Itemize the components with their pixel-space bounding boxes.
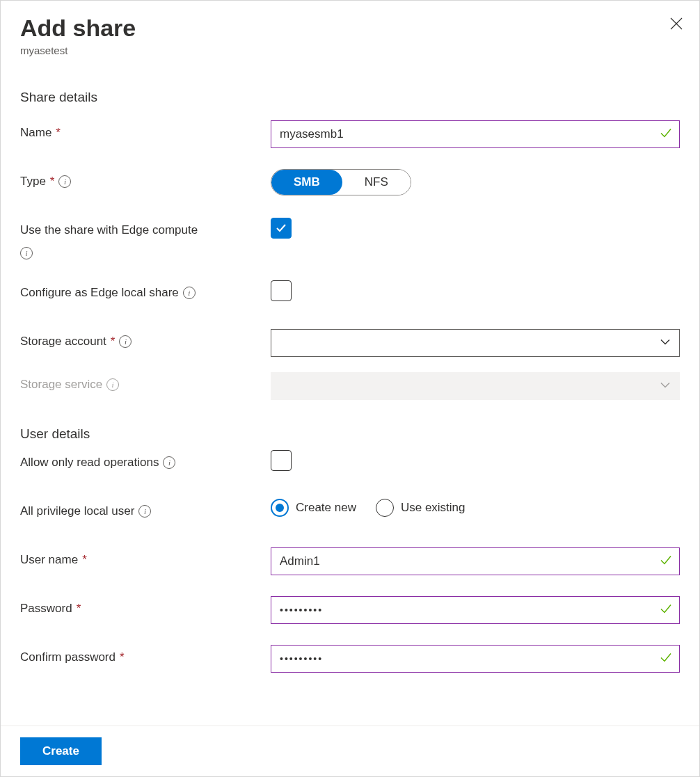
storage-service-label: Storage service i	[20, 372, 271, 392]
chevron-down-icon	[660, 337, 671, 350]
type-option-smb[interactable]: SMB	[271, 170, 342, 195]
radio-use-existing[interactable]: Use existing	[376, 499, 466, 517]
name-label-text: Name	[20, 126, 51, 140]
password-label: Password *	[20, 596, 271, 616]
local-share-text: Configure as Edge local share	[20, 286, 179, 300]
panel-body: Add share myasetest Share details Name *	[1, 1, 699, 726]
storage-service-text: Storage service	[20, 378, 102, 392]
confirm-password-text: Confirm password	[20, 650, 116, 664]
info-icon[interactable]: i	[58, 175, 71, 188]
username-label: User name *	[20, 547, 271, 567]
username-row: User name *	[20, 547, 680, 575]
create-button[interactable]: Create	[20, 737, 102, 765]
add-share-panel: Add share myasetest Share details Name *	[0, 0, 700, 777]
type-row: Type * i SMB NFS	[20, 169, 680, 197]
info-icon[interactable]: i	[138, 505, 151, 518]
close-button[interactable]	[669, 16, 684, 33]
required-asterisk: *	[56, 126, 61, 140]
required-asterisk: *	[120, 650, 125, 664]
password-input[interactable]	[271, 596, 680, 624]
edge-compute-row: Use the share with Edge compute i	[20, 218, 680, 259]
panel-title: Add share	[20, 15, 680, 42]
edge-compute-text: Use the share with Edge compute	[20, 223, 198, 237]
storage-account-text: Storage account	[20, 335, 106, 349]
check-icon	[274, 221, 288, 235]
storage-account-row: Storage account * i	[20, 329, 680, 357]
password-row: Password *	[20, 596, 680, 624]
confirm-password-label: Confirm password *	[20, 645, 271, 664]
type-toggle: SMB NFS	[271, 169, 411, 195]
privilege-radio-group: Create new Use existing	[271, 499, 466, 517]
read-only-checkbox[interactable]	[271, 450, 292, 471]
read-only-row: Allow only read operations i	[20, 450, 680, 478]
close-icon	[669, 16, 684, 31]
panel-footer: Create	[1, 726, 699, 776]
name-row: Name *	[20, 120, 680, 148]
privilege-user-text: All privilege local user	[20, 504, 134, 518]
local-share-row: Configure as Edge local share i	[20, 280, 680, 308]
chevron-down-icon	[660, 380, 671, 393]
info-icon[interactable]: i	[119, 335, 132, 348]
username-text: User name	[20, 553, 78, 567]
read-only-label: Allow only read operations i	[20, 450, 271, 470]
password-text: Password	[20, 602, 72, 616]
radio-create-label: Create new	[296, 501, 356, 515]
confirm-password-input[interactable]	[271, 645, 680, 673]
radio-icon	[271, 499, 289, 517]
user-details-heading: User details	[20, 426, 680, 442]
edge-compute-label: Use the share with Edge compute i	[20, 218, 271, 259]
radio-existing-label: Use existing	[401, 501, 466, 515]
required-asterisk: *	[50, 175, 55, 189]
privilege-user-row: All privilege local user i Create new Us…	[20, 499, 680, 527]
confirm-password-row: Confirm password *	[20, 645, 680, 673]
storage-account-select[interactable]	[271, 329, 680, 357]
storage-account-label: Storage account * i	[20, 329, 271, 349]
type-label-text: Type	[20, 175, 46, 189]
required-asterisk: *	[111, 335, 116, 349]
share-details-heading: Share details	[20, 90, 680, 105]
type-label: Type * i	[20, 169, 271, 189]
type-option-nfs[interactable]: NFS	[342, 170, 411, 195]
name-label: Name *	[20, 120, 271, 140]
radio-icon	[376, 499, 394, 517]
required-asterisk: *	[82, 553, 87, 567]
privilege-user-label: All privilege local user i	[20, 499, 271, 518]
info-icon[interactable]: i	[20, 247, 33, 259]
panel-subtitle: myasetest	[20, 45, 680, 56]
required-asterisk: *	[77, 602, 81, 616]
info-icon[interactable]: i	[183, 287, 196, 299]
read-only-text: Allow only read operations	[20, 456, 159, 470]
edge-compute-checkbox[interactable]	[271, 218, 292, 239]
info-icon[interactable]: i	[163, 456, 175, 469]
storage-service-select	[271, 372, 680, 400]
username-input[interactable]	[271, 547, 680, 575]
name-input[interactable]	[271, 120, 680, 148]
local-share-label: Configure as Edge local share i	[20, 280, 271, 300]
info-icon[interactable]: i	[106, 378, 119, 391]
radio-create-new[interactable]: Create new	[271, 499, 356, 517]
local-share-checkbox[interactable]	[271, 280, 292, 301]
storage-service-row: Storage service i	[20, 372, 680, 400]
